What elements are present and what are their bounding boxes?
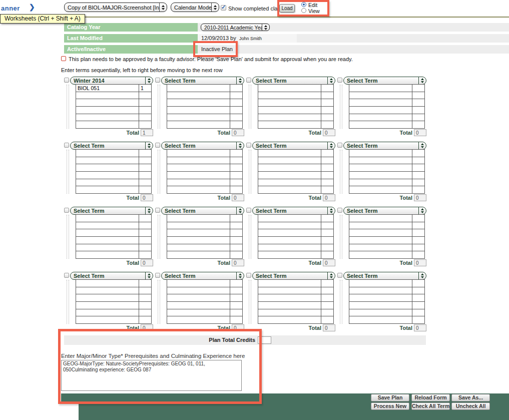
course-name[interactable] xyxy=(258,157,321,164)
course-credits[interactable] xyxy=(412,237,424,244)
course-row[interactable] xyxy=(76,186,151,193)
course-row[interactable] xyxy=(258,157,333,165)
drag-grip-icon[interactable] xyxy=(67,215,69,259)
course-credits[interactable] xyxy=(321,316,333,323)
course-credits[interactable] xyxy=(139,251,151,258)
course-credits[interactable] xyxy=(412,294,424,301)
course-credits[interactable] xyxy=(139,107,151,114)
term-select[interactable]: Select Term xyxy=(70,207,153,215)
course-row[interactable] xyxy=(349,280,424,287)
course-row[interactable] xyxy=(258,107,333,114)
course-name[interactable] xyxy=(167,280,230,287)
course-name[interactable] xyxy=(167,229,230,236)
save-plan-button[interactable]: Save Plan xyxy=(371,394,409,401)
course-credits[interactable] xyxy=(412,186,424,193)
term-checkbox[interactable] xyxy=(337,143,342,148)
term-select[interactable]: Select Term xyxy=(161,207,244,215)
course-row[interactable] xyxy=(76,229,151,237)
course-credits[interactable] xyxy=(139,244,151,251)
course-name[interactable] xyxy=(167,186,230,193)
course-credits[interactable] xyxy=(321,99,333,106)
course-name[interactable] xyxy=(258,164,321,171)
course-name[interactable] xyxy=(258,316,321,323)
course-row[interactable] xyxy=(167,164,242,172)
course-row[interactable] xyxy=(349,164,424,172)
course-row[interactable] xyxy=(167,294,242,302)
uncheck-all-button[interactable]: Uncheck All xyxy=(451,402,490,410)
course-name[interactable] xyxy=(258,287,321,294)
course-name[interactable] xyxy=(349,186,412,193)
course-credits[interactable] xyxy=(230,215,242,222)
course-name[interactable] xyxy=(258,99,321,106)
course-row[interactable] xyxy=(167,229,242,237)
term-checkbox[interactable] xyxy=(337,273,342,278)
course-name[interactable] xyxy=(167,179,230,186)
course-name[interactable] xyxy=(258,302,321,309)
term-checkbox[interactable] xyxy=(64,273,69,278)
course-row[interactable] xyxy=(258,164,333,172)
course-row[interactable] xyxy=(76,150,151,157)
course-credits[interactable] xyxy=(139,150,151,157)
course-row[interactable] xyxy=(349,237,424,244)
notes-textarea[interactable]: GEOG-MajorType: Nature-SocietyPrerequisi… xyxy=(61,360,242,391)
course-row[interactable] xyxy=(76,237,151,244)
course-credits[interactable]: 1 xyxy=(139,85,151,92)
course-row[interactable] xyxy=(258,287,333,295)
course-name[interactable] xyxy=(349,179,412,186)
course-name[interactable] xyxy=(258,179,321,186)
course-name[interactable] xyxy=(76,237,139,244)
course-row[interactable] xyxy=(349,121,424,128)
term-select[interactable]: Select Term xyxy=(70,272,153,280)
course-name[interactable] xyxy=(349,150,412,157)
course-name[interactable] xyxy=(167,85,230,92)
term-select[interactable]: Winter 2014 xyxy=(70,77,153,85)
course-row[interactable] xyxy=(167,316,242,323)
course-credits[interactable] xyxy=(412,244,424,251)
term-checkbox[interactable] xyxy=(155,143,160,148)
course-row[interactable] xyxy=(258,244,333,252)
course-name[interactable] xyxy=(349,229,412,236)
course-row[interactable] xyxy=(258,114,333,122)
course-credits[interactable] xyxy=(139,179,151,186)
course-credits[interactable] xyxy=(139,186,151,193)
course-name[interactable] xyxy=(167,172,230,179)
course-credits[interactable] xyxy=(321,150,333,157)
course-row[interactable] xyxy=(167,302,242,309)
course-row[interactable] xyxy=(258,186,333,193)
course-row[interactable] xyxy=(76,309,151,317)
course-credits[interactable] xyxy=(321,294,333,301)
course-credits[interactable] xyxy=(412,229,424,236)
course-name[interactable] xyxy=(76,179,139,186)
reload-form-button[interactable]: Reload Form xyxy=(411,394,450,401)
course-name[interactable] xyxy=(258,229,321,236)
course-row[interactable] xyxy=(258,172,333,179)
course-name[interactable] xyxy=(258,186,321,193)
course-row[interactable] xyxy=(76,251,151,258)
course-name[interactable] xyxy=(349,121,412,128)
course-name[interactable] xyxy=(258,280,321,287)
course-row[interactable] xyxy=(167,280,242,287)
course-name[interactable] xyxy=(167,114,230,121)
course-name[interactable] xyxy=(258,215,321,222)
course-credits[interactable] xyxy=(412,107,424,114)
course-name[interactable] xyxy=(258,237,321,244)
course-name[interactable] xyxy=(258,222,321,229)
course-row[interactable] xyxy=(167,85,242,92)
course-row[interactable] xyxy=(76,222,151,230)
course-credits[interactable] xyxy=(230,114,242,121)
course-name[interactable] xyxy=(167,121,230,128)
course-row[interactable] xyxy=(76,244,151,252)
course-name[interactable] xyxy=(349,251,412,258)
course-row[interactable] xyxy=(76,316,151,323)
course-row[interactable] xyxy=(258,302,333,309)
course-name[interactable] xyxy=(76,92,139,99)
course-credits[interactable] xyxy=(230,280,242,287)
course-row[interactable] xyxy=(349,215,424,222)
drag-grip-icon[interactable] xyxy=(340,85,342,129)
course-row[interactable] xyxy=(349,92,424,100)
course-credits[interactable] xyxy=(412,99,424,106)
course-row[interactable] xyxy=(167,157,242,165)
term-checkbox[interactable] xyxy=(64,78,69,83)
course-name[interactable] xyxy=(76,309,139,316)
course-row[interactable]: BIOL 0511 xyxy=(76,85,151,92)
